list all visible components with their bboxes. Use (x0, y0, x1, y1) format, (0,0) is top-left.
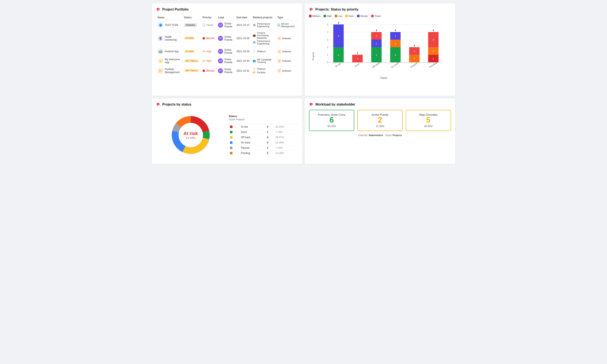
donut-chart-card: Projects by status At risk 21.43% Status… (152, 98, 302, 164)
count-by-value: Projects (393, 134, 402, 136)
status-chart-header: Projects: Status by priority (309, 7, 451, 12)
col-type: Type (276, 15, 298, 20)
cell-priority: ! Blocker (201, 66, 216, 76)
svg-text:!: ! (204, 38, 204, 39)
status-chart-card: Projects: Status by priority MediumHighL… (305, 3, 455, 96)
chart-legend: MediumHighLowNoneBlockerTrivial (309, 15, 451, 17)
svg-text:1: 1 (357, 58, 358, 60)
col-status: Status (182, 15, 201, 20)
cell-status: OFF TRACK (182, 66, 201, 76)
cell-status: AT RISK (182, 47, 201, 56)
cell-name: ⭐ My Awesome App (156, 56, 182, 66)
status-chart-title: Projects: Status by priority (315, 8, 358, 11)
cell-enddate: 2021-10-26 (235, 30, 251, 47)
table-row: 📁 Portfolio Management OFF TRACK ! Block… (156, 66, 298, 76)
donut-center-label: At risk 21.43% (183, 131, 198, 140)
cell-lead: GP Gorka Puente (216, 66, 235, 76)
portfolio-title: Project Portfolio (162, 8, 188, 11)
svg-text:4: 4 (327, 31, 328, 33)
related-item: 🍴 Platform (253, 50, 274, 53)
svg-text:At risk: At risk (335, 62, 342, 68)
svg-text:1: 1 (433, 50, 434, 52)
cell-priority: High (201, 56, 216, 66)
legend-item: Blocker (357, 15, 368, 17)
workload-header: Workload by stakeholder (309, 102, 451, 107)
cell-lead: GP Gorka Puente (216, 30, 235, 47)
svg-text:4: 4 (433, 29, 434, 32)
related-item: ⚙️ Performance Engineering (253, 40, 274, 45)
donut-pct-text: 21.43% (183, 136, 198, 140)
legend-item: Low (335, 15, 342, 17)
col-enddate: End date (235, 15, 251, 20)
project-portfolio-card: Project Portfolio Name Status Priority L… (152, 3, 302, 96)
project-table: Name Status Priority Lead End date Relat… (156, 15, 298, 76)
donut-svg-container: At risk 21.43% (156, 110, 225, 160)
legend-table-row: Off track 4 28.57% (229, 135, 298, 140)
cell-enddate: 2021-10-13 (235, 20, 251, 30)
cell-priority: Trivial (201, 20, 216, 30)
svg-text:Done: Done (354, 62, 360, 68)
col-related: Related projects (251, 15, 276, 20)
svg-text:Paused: Paused (410, 62, 418, 68)
cell-type: ⊕ Software (276, 66, 298, 76)
legend-table-row: Done 1 7.14% (229, 129, 298, 135)
svg-text:1: 1 (414, 58, 415, 60)
svg-text:4: 4 (395, 29, 396, 32)
svg-text:Pending: Pending (429, 62, 437, 68)
svg-text:2: 2 (433, 39, 434, 41)
legend-table: At risk 3 21.43% Done 1 7.14% Off track … (229, 122, 298, 156)
logo-icon-3 (156, 102, 161, 107)
workload-cards-container: Francisco Javier Coira 6 46.15% Gorka Pu… (309, 110, 451, 131)
svg-text:Off track: Off track (371, 62, 380, 69)
svg-text:2: 2 (414, 44, 415, 47)
cell-priority: ! Blocker (201, 30, 216, 47)
legend-title: Status (229, 115, 298, 118)
donut-status-text: At risk (183, 131, 198, 136)
related-item: 💼 Finance Purchasing Requests (253, 32, 274, 39)
table-row: 🤖 Android App AT RISK High GP Gorka Puen… (156, 47, 298, 56)
cell-type: ⊕ Service Management (276, 20, 298, 30)
cell-related: 💼 Finance Purchasing Requests⚙️ Performa… (251, 30, 276, 47)
cell-status: PENDING (182, 20, 201, 30)
svg-text:5: 5 (327, 23, 328, 26)
svg-text:5: 5 (338, 22, 339, 24)
stakeholder-pct: 46.15% (314, 125, 350, 128)
stakeholder-count: 6 (314, 116, 350, 124)
legend-item: Trivial (371, 15, 381, 17)
svg-text:3: 3 (327, 39, 328, 41)
cell-name: 🤖 Android App (156, 47, 182, 56)
cell-related: ⚙️ Performance Engineering (251, 20, 276, 30)
cell-enddate: 2021-10-29 (235, 47, 251, 56)
related-item: 🍴 Platform (253, 67, 274, 70)
stakeholder-pct: 38.46% (410, 125, 446, 128)
table-row: 🔮 health monitoring AT RISK ! Blocker GP… (156, 30, 298, 47)
cell-related: 🍴 Platform📂 Portfolio (251, 66, 276, 76)
svg-text:1: 1 (395, 35, 396, 37)
logo-icon (156, 7, 161, 12)
legend-item: None (345, 15, 354, 17)
svg-text:2: 2 (327, 46, 328, 49)
svg-text:1: 1 (376, 42, 377, 45)
svg-text:1: 1 (376, 35, 377, 37)
cell-lead: GP Gorka Puente (216, 20, 235, 30)
stakeholder-count: 5 (410, 116, 446, 124)
table-row: ⭐ My Awesome App OFF TRACK High GP Gorka… (156, 56, 298, 66)
svg-text:0: 0 (327, 61, 328, 64)
legend-item: Medium (309, 15, 321, 17)
cell-status: OFF TRACK (182, 56, 201, 66)
cell-enddate: 2021-10-30 (235, 56, 251, 66)
svg-text:1: 1 (433, 58, 434, 60)
legend-table-row: Paused 1 7.14% (229, 145, 298, 150)
count-subtitle: Count: Projects (229, 118, 298, 121)
table-row: 🔷 TEST ITSM PENDING Trivial GP Gorka Pue… (156, 20, 298, 30)
svg-text:2: 2 (338, 54, 339, 56)
y-axis-label: Projects (312, 52, 315, 60)
stakeholder-pct: 15.38% (362, 125, 398, 128)
dashboard: Project Portfolio Name Status Priority L… (152, 3, 455, 164)
legend-item: High (324, 15, 332, 17)
cell-type: ⊕ Software (276, 47, 298, 56)
cell-lead: GP Gorka Puente (216, 56, 235, 66)
svg-text:1: 1 (395, 42, 396, 45)
workload-title: Workload by stakeholder (315, 103, 355, 106)
svg-text:4: 4 (376, 29, 377, 32)
